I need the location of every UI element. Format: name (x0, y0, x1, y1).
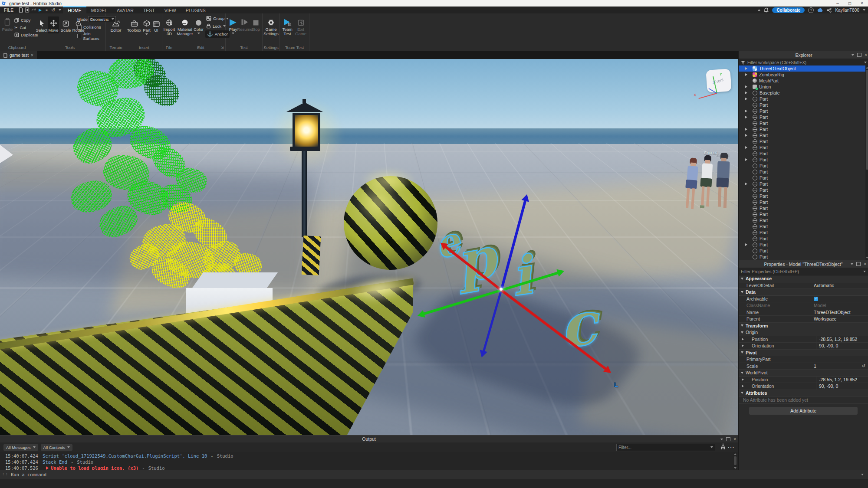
expand-arrow-icon[interactable] (745, 134, 747, 137)
log-line[interactable]: 15:40:07.424 Stack End - Studio (0, 459, 738, 465)
property-row-world-position[interactable]: Position -28.55, 1.2, 19.852 (739, 377, 868, 383)
command-bar-grip[interactable]: ⋮⋮ (0, 472, 11, 477)
material-manager-button[interactable]: Material Manager (177, 16, 193, 36)
document-tab-game-test[interactable]: game test × (0, 51, 37, 59)
expand-arrow-icon[interactable] (745, 110, 747, 112)
section-transform[interactable]: Transform (739, 323, 868, 330)
redo-icon[interactable] (30, 7, 37, 13)
explorer-tree-item[interactable]: Part (739, 138, 868, 144)
expand-position-icon[interactable] (742, 338, 744, 341)
property-row-origin-orientation[interactable]: Orientation 90, -90, 0 (739, 343, 868, 350)
quick-play-icon[interactable]: ▶ (37, 7, 43, 13)
explorer-tree-item[interactable]: Part (739, 211, 868, 217)
explorer-tree-item[interactable]: Part (739, 175, 868, 181)
expand-arrow-icon[interactable] (745, 73, 747, 76)
explorer-tree-item[interactable]: MeshPart (739, 78, 868, 84)
output-close-icon[interactable]: × (733, 437, 736, 442)
explorer-scrollbar[interactable] (865, 66, 868, 260)
explorer-tree-item[interactable]: Part (739, 132, 868, 138)
viewport-3d[interactable]: e p i c Skinned Skinned (0, 59, 738, 435)
output-header[interactable]: Output × (0, 436, 738, 442)
explorer-tree-item[interactable]: Part (739, 151, 868, 157)
command-input[interactable]: Run a command (11, 472, 46, 477)
explorer-tree-item[interactable]: Union (739, 84, 868, 90)
explorer-tree-item[interactable]: Part (739, 217, 868, 223)
expand-arrow-icon[interactable] (745, 92, 747, 94)
exit-game-button[interactable]: Exit Game (295, 16, 307, 36)
copy-button[interactable]: Copy (14, 18, 30, 23)
notifications-bell-icon[interactable] (764, 7, 769, 13)
expand-arrow-icon[interactable] (745, 146, 747, 149)
gizmo-center-handle[interactable] (500, 288, 503, 291)
section-pivot[interactable]: Pivot (739, 350, 868, 357)
part-button[interactable]: Part (142, 17, 151, 35)
new-file-icon[interactable] (17, 7, 24, 13)
explorer-tree-item[interactable]: Part (739, 157, 868, 163)
lock-button[interactable]: Lock (206, 23, 226, 29)
character-figure[interactable] (713, 152, 735, 209)
tab-close-icon[interactable]: × (31, 53, 33, 58)
explorer-tree-item[interactable]: Part (739, 199, 868, 205)
resume-button[interactable]: Resume (239, 16, 251, 32)
quickbar-dropdown-icon[interactable] (56, 7, 63, 13)
explorer-tree-item[interactable]: Part (739, 242, 868, 248)
explorer-tree-item[interactable]: Part (739, 223, 868, 229)
reset-scale-icon[interactable]: ↺ (862, 364, 865, 368)
messages-filter-dropdown[interactable]: All Messages (3, 444, 38, 451)
command-bar[interactable]: ⋮⋮ Run a command (0, 470, 868, 479)
tab-model[interactable]: MODEL (86, 7, 112, 13)
property-row-scale[interactable]: Scale 1↺ (739, 363, 868, 370)
collaborate-button[interactable]: Collaborate (772, 7, 805, 13)
property-row-archivable[interactable]: Archivable ✓ (739, 296, 868, 303)
stop-button[interactable]: Stop (251, 16, 260, 32)
add-attribute-button[interactable]: Add Attribute (749, 407, 858, 415)
log-line[interactable]: 15:40:07.424 Script 'cloud_171922549.Cus… (0, 453, 738, 459)
explorer-tree-item[interactable]: Part (739, 205, 868, 211)
scroll-up-icon[interactable] (866, 67, 868, 69)
expand-arrow-icon[interactable] (745, 243, 747, 246)
minimize-button[interactable]: – (832, 0, 844, 7)
explorer-tree-item[interactable]: Part (739, 144, 868, 151)
output-filter-input[interactable]: Filter... (616, 444, 715, 451)
collisions-checkbox[interactable]: Collisions (77, 25, 101, 29)
property-row-origin-position[interactable]: Position -28.55, 1.2, 19.852 (739, 336, 868, 343)
expand-world-position-icon[interactable] (742, 378, 744, 381)
clear-output-icon[interactable] (720, 443, 726, 451)
cut-button[interactable]: ✂ Cut (14, 25, 26, 30)
properties-header[interactable]: Properties - Model "ThreeDTextObject" × (739, 260, 868, 268)
play-dropdown-icon[interactable] (232, 33, 234, 34)
explorer-tree-item[interactable]: Part (739, 169, 868, 175)
expand-arrow-icon[interactable] (745, 158, 747, 161)
open-file-icon[interactable] (24, 7, 30, 13)
output-collapse-icon[interactable] (720, 439, 723, 440)
tab-home[interactable]: HOME (63, 7, 86, 13)
property-row-parent[interactable]: Parent Workspace (739, 316, 868, 323)
collapse-ribbon-icon[interactable] (758, 9, 760, 11)
command-bar-dropdown-icon[interactable] (861, 474, 864, 475)
output-scrollbar[interactable] (733, 452, 737, 470)
properties-filter-dropdown-icon[interactable] (863, 271, 866, 272)
property-row-primarypart[interactable]: PrimaryPart (739, 356, 868, 363)
scale-tool-button[interactable]: Scale (60, 17, 71, 33)
explorer-tree-item[interactable]: Part (739, 229, 868, 236)
quick-stop-icon[interactable]: ■ (43, 7, 50, 13)
explorer-tree-item[interactable]: Part (739, 126, 868, 132)
properties-float-icon[interactable] (856, 262, 861, 266)
output-more-icon[interactable]: ⋯ (727, 443, 734, 452)
tab-test[interactable]: TEST (138, 7, 160, 13)
color-button[interactable]: Color (193, 16, 204, 34)
property-row-levelofdetail[interactable]: LevelOfDetail Automatic (739, 282, 868, 289)
properties-close-icon[interactable]: × (864, 262, 866, 266)
game-settings-button[interactable]: Game Settings (264, 16, 278, 36)
section-appearance[interactable]: Appearance (739, 275, 868, 282)
section-attributes[interactable]: Attributes (739, 390, 868, 397)
import-3d-button[interactable]: Import 3D (163, 16, 175, 36)
explorer-collapse-icon[interactable] (852, 54, 854, 56)
explorer-float-icon[interactable] (857, 53, 861, 57)
cloud-sync-icon[interactable] (817, 8, 823, 12)
account-dropdown-icon[interactable] (863, 9, 865, 11)
explorer-filter-dropdown-icon[interactable] (864, 62, 867, 63)
file-menu[interactable]: FILE (0, 7, 17, 13)
explorer-tree-item[interactable]: ThreeDTextObject (739, 66, 868, 72)
explorer-tree-item[interactable]: Part (739, 248, 868, 254)
